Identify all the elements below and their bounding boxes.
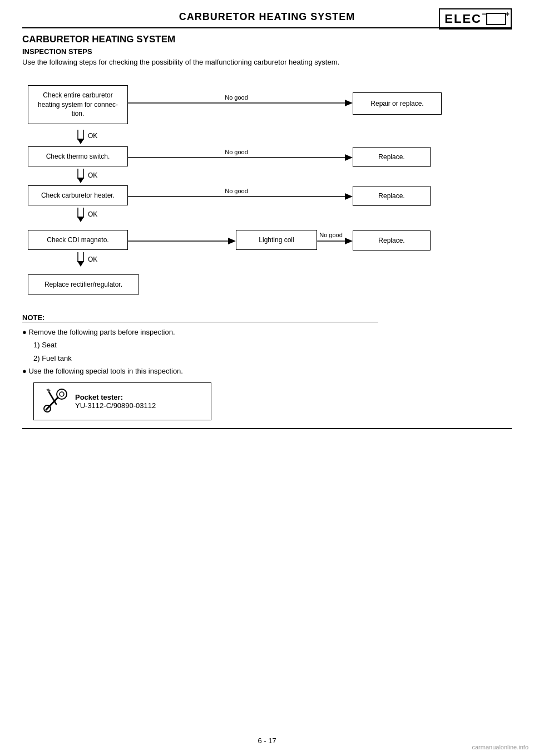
- flowbox-step4: Check CDI magneto.: [28, 230, 128, 250]
- flowbox-out4-text: Replace.: [378, 236, 404, 246]
- flowbox-step6-text: Replace rectifier/regulator.: [44, 280, 122, 289]
- flowbox-step2-text: Check thermo switch.: [46, 152, 110, 161]
- tool-text: Pocket tester: YU-3112-C/90890-03112: [75, 393, 156, 410]
- svg-marker-8: [345, 154, 353, 161]
- svg-text:OK: OK: [88, 171, 97, 179]
- page-number: 6 - 17: [258, 737, 276, 745]
- note-sub-item-2: 2) Fuel tank: [33, 352, 512, 365]
- flowbox-step4-text: Check CDI magneto.: [47, 235, 108, 245]
- tool-icon: [41, 387, 68, 415]
- svg-marker-23: [228, 238, 236, 244]
- svg-text:OK: OK: [88, 210, 97, 218]
- flowbox-step1: Check entire carburetor heating system f…: [28, 85, 128, 124]
- note-section: NOTE: Remove the following parts before …: [22, 313, 512, 420]
- svg-marker-5: [77, 139, 84, 144]
- watermark: carmanualonline.info: [472, 744, 528, 750]
- flowbox-out3: Replace.: [353, 186, 431, 206]
- svg-marker-13: [77, 178, 84, 183]
- flowbox-step1-text: Check entire carburetor heating system f…: [32, 91, 124, 119]
- tool-code: YU-3112-C/90890-03112: [75, 401, 156, 410]
- svg-text:OK: OK: [88, 256, 97, 263]
- page-title: CARBURETOR HEATING SYSTEM: [22, 11, 512, 23]
- section-title: CARBURETOR HEATING SYSTEM: [22, 34, 512, 45]
- page: CARBURETOR HEATING SYSTEM ELEC CARBURETO…: [0, 0, 534, 756]
- flowbox-out1: Repair or replace.: [353, 92, 442, 115]
- intro-text: Use the following steps for checking the…: [22, 58, 512, 66]
- flowchart: No good OK No good OK No good: [22, 74, 512, 308]
- svg-marker-1: [345, 100, 353, 106]
- svg-text:No good: No good: [225, 94, 248, 101]
- elec-badge: ELEC: [439, 8, 512, 30]
- tool-box: Pocket tester: YU-3112-C/90890-03112: [33, 382, 211, 420]
- svg-text:No good: No good: [225, 149, 248, 155]
- note-item-2: Use the following special tools in this …: [22, 365, 512, 377]
- svg-marker-16: [345, 193, 353, 200]
- note-item-1: Remove the following parts before inspec…: [22, 326, 512, 338]
- flowbox-step5-text: Lighting coil: [259, 235, 294, 245]
- svg-marker-20: [77, 217, 84, 222]
- svg-point-32: [60, 392, 64, 396]
- svg-marker-29: [77, 261, 84, 267]
- flowbox-out2-text: Replace.: [378, 153, 404, 162]
- bottom-line: [22, 428, 512, 429]
- subsection-title: INSPECTION STEPS: [22, 47, 512, 56]
- flowbox-out4: Replace.: [353, 230, 431, 251]
- flowbox-step5: Lighting coil: [236, 230, 317, 250]
- note-list: Remove the following parts before inspec…: [22, 326, 512, 378]
- flowbox-step3: Check carburetor heater.: [28, 185, 128, 205]
- flowbox-step2: Check thermo switch.: [28, 146, 128, 166]
- note-title: NOTE:: [22, 313, 378, 322]
- note-sub-list: 1) Seat 2) Fuel tank: [33, 338, 512, 365]
- svg-marker-36: [46, 389, 51, 392]
- flowbox-step3-text: Check carburetor heater.: [41, 191, 115, 200]
- flowbox-out3-text: Replace.: [378, 192, 404, 201]
- page-header: CARBURETOR HEATING SYSTEM ELEC: [22, 11, 512, 28]
- flowbox-out1-text: Repair or replace.: [370, 99, 423, 109]
- svg-text:No good: No good: [225, 188, 248, 194]
- svg-text:OK: OK: [88, 132, 97, 140]
- elec-label: ELEC: [444, 12, 482, 26]
- battery-icon: [486, 13, 506, 25]
- flowbox-step6: Replace rectifier/regulator.: [28, 274, 139, 294]
- tool-label: Pocket tester:: [75, 393, 123, 401]
- svg-text:No good: No good: [319, 232, 343, 238]
- flowbox-out2: Replace.: [353, 147, 431, 167]
- svg-marker-25: [345, 238, 353, 244]
- note-sub-item-1: 1) Seat: [33, 338, 512, 351]
